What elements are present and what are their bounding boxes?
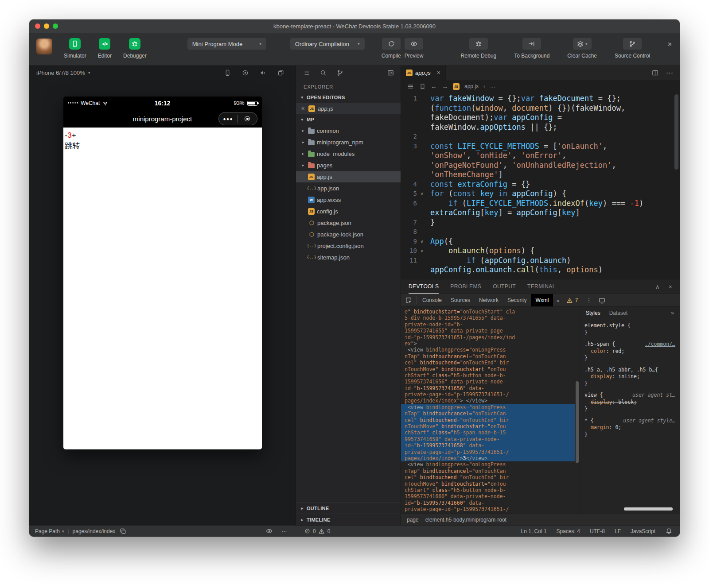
cursor-position[interactable]: Ln 1, Col 1 xyxy=(521,528,547,534)
more-tabs-icon[interactable]: » xyxy=(671,310,674,316)
css-rule[interactable]: .h5-a, .h5-abbr, .h5-b…{display: inline;… xyxy=(584,367,675,387)
css-rule[interactable]: * {user agent style…margin: 0;} xyxy=(584,418,675,438)
preview-button[interactable]: Preview xyxy=(405,38,424,59)
warning-badge[interactable]: 7 xyxy=(566,297,578,304)
collapse-icon[interactable]: ∧ xyxy=(655,283,660,290)
tab-devtools[interactable]: DEVTOOLS xyxy=(409,279,439,294)
bookmark-icon[interactable] xyxy=(419,83,426,90)
tab-styles[interactable]: Styles xyxy=(586,310,600,316)
git-branch-icon[interactable] xyxy=(336,69,343,76)
jump-link[interactable]: 跳转 xyxy=(65,141,260,151)
timeline-section[interactable]: ▸ TIMELINE xyxy=(296,514,401,525)
css-declaration[interactable]: display: inline; xyxy=(584,373,675,380)
wxml-node[interactable]: e" bindtouchstart="onTouchStart" cla5-di… xyxy=(405,309,575,347)
css-declaration[interactable]: margin: 0; xyxy=(584,424,675,431)
breadcrumb-element[interactable]: element.h5-body.miniprogram-root xyxy=(425,517,506,523)
encoding-setting[interactable]: UTF-8 xyxy=(590,528,605,534)
record-icon[interactable] xyxy=(242,69,249,76)
fold-icon[interactable]: ∨ xyxy=(417,189,427,199)
tab-dataset[interactable]: Dataset xyxy=(609,310,627,316)
inspector-tab-security[interactable]: Security xyxy=(503,294,531,306)
tree-folder-node_modules[interactable]: ▸node_modules xyxy=(296,148,401,159)
clear-cache-button[interactable]: ▾ Clear Cache xyxy=(567,38,597,59)
fold-icon[interactable]: ∨ xyxy=(417,246,427,256)
open-editor-app-js[interactable]: × JS app.js xyxy=(296,103,401,114)
back-icon[interactable]: ← xyxy=(431,83,437,90)
debugger-button[interactable]: Debugger xyxy=(123,38,147,59)
project-section[interactable]: ▾ MP xyxy=(296,114,401,125)
tree-file-package-lock.json[interactable]: package-lock.json xyxy=(296,228,401,240)
tree-file-package.json[interactable]: package.json xyxy=(296,217,401,228)
device-selector[interactable]: iPhone 6/7/8 100% ▾ xyxy=(36,70,90,76)
css-rule[interactable]: view {user agent st…display: block;} xyxy=(584,392,675,413)
tree-folder-pages[interactable]: ▸pages xyxy=(296,159,401,171)
rotate-device-icon[interactable] xyxy=(224,69,231,76)
menu-icon[interactable] xyxy=(407,83,414,90)
compilation-dropdown[interactable]: Ordinary Compilation ▾ xyxy=(290,38,365,50)
wxml-node[interactable]: <view bindlongpress="onLongPressnTap" bi… xyxy=(405,347,575,404)
tree-file-app.wxss[interactable]: Wapp.wxss xyxy=(296,194,401,205)
exit-icon[interactable] xyxy=(238,116,257,121)
close-window-button[interactable] xyxy=(35,23,40,29)
inspector-tab-console[interactable]: Console xyxy=(418,294,446,306)
css-rule[interactable]: element.style {} xyxy=(584,322,675,336)
fold-icon[interactable]: ∨ xyxy=(417,237,427,247)
scrollbar[interactable] xyxy=(674,94,678,170)
tree-file-sitemap.json[interactable]: {..}sitemap.json xyxy=(296,251,401,263)
tab-app-js[interactable]: JS app.js × xyxy=(401,66,446,80)
horizontal-scrollbar[interactable] xyxy=(624,507,673,511)
source-control-button[interactable]: Source Control xyxy=(615,38,650,59)
device-toolbar-icon[interactable] xyxy=(598,297,605,304)
inspector-tab-wxml[interactable]: Wxml xyxy=(531,294,553,306)
tab-terminal[interactable]: TERMINAL xyxy=(527,279,556,294)
inspect-element-icon[interactable] xyxy=(405,297,412,304)
css-rules[interactable]: element.style {}.h5-span {./common/…colo… xyxy=(580,319,680,514)
multi-window-icon[interactable] xyxy=(277,69,284,76)
tab-problems[interactable]: PROBLEMS xyxy=(450,279,481,294)
eye-icon[interactable] xyxy=(265,528,273,535)
scrollbar[interactable] xyxy=(575,307,580,514)
to-background-button[interactable]: To Background xyxy=(514,38,549,59)
open-editors-section[interactable]: ▾ OPEN EDITORS xyxy=(296,92,401,103)
close-icon[interactable]: × xyxy=(300,105,306,112)
forward-icon[interactable]: → xyxy=(442,83,448,90)
close-icon[interactable]: × xyxy=(669,283,672,290)
wxml-node[interactable]: <view bindlongpress="onLongPressnTap" bi… xyxy=(405,461,575,512)
wxml-tree[interactable]: e" bindtouchstart="onTouchStart" cla5-di… xyxy=(401,307,575,514)
more-tabs-icon[interactable]: » xyxy=(553,297,562,304)
more-icon[interactable]: ●●● xyxy=(219,116,238,121)
editor-button[interactable]: </> Editor xyxy=(98,38,112,59)
page-path-dropdown[interactable]: Page Path ▾ xyxy=(35,528,64,534)
more-icon[interactable]: ⋯ xyxy=(666,69,673,76)
sound-icon[interactable] xyxy=(259,69,266,76)
collapse-panel-icon[interactable] xyxy=(387,69,394,76)
kebab-menu-icon[interactable]: ⋮ xyxy=(585,297,592,304)
menu-capsule[interactable]: ●●● xyxy=(218,112,257,125)
search-icon[interactable] xyxy=(319,69,327,76)
tree-folder-common[interactable]: ▸common xyxy=(296,125,401,136)
split-editor-icon[interactable] xyxy=(651,69,658,76)
stylesheet-link[interactable]: ./common/… xyxy=(645,341,675,348)
css-declaration[interactable]: display: block; xyxy=(584,399,675,406)
inspector-tab-network[interactable]: Network xyxy=(475,294,503,306)
more-icon[interactable]: ⋯ xyxy=(280,528,288,535)
copy-icon[interactable] xyxy=(119,528,126,535)
breadcrumb-file[interactable]: app.js xyxy=(464,83,479,89)
mode-dropdown[interactable]: Mini Program Mode ▾ xyxy=(187,38,266,50)
outline-section[interactable]: ▸ OUTLINE xyxy=(296,502,401,514)
remote-debug-button[interactable]: Remote Debug xyxy=(461,38,497,59)
tree-folder-miniprogram_npm[interactable]: ▸miniprogram_npm xyxy=(296,136,401,148)
language-mode[interactable]: JavaScript xyxy=(631,528,655,534)
tree-file-app.js[interactable]: JSapp.js xyxy=(296,171,401,182)
code-editor[interactable]: 1var fakeWindow = {};var fakeDocument = … xyxy=(401,93,680,279)
avatar[interactable] xyxy=(36,39,52,54)
eol-setting[interactable]: LF xyxy=(615,528,621,534)
inspector-tab-sources[interactable]: Sources xyxy=(446,294,475,306)
compile-button[interactable]: Compile xyxy=(382,38,401,59)
tree-file-project.config.json[interactable]: {..}project.config.json xyxy=(296,240,401,251)
css-declaration[interactable]: color: red; xyxy=(584,348,675,355)
zoom-window-button[interactable] xyxy=(53,23,58,29)
plus-button[interactable]: + xyxy=(72,130,76,141)
breadcrumb-symbol[interactable]: … xyxy=(490,83,495,89)
tab-output[interactable]: OUTPUT xyxy=(493,279,516,294)
